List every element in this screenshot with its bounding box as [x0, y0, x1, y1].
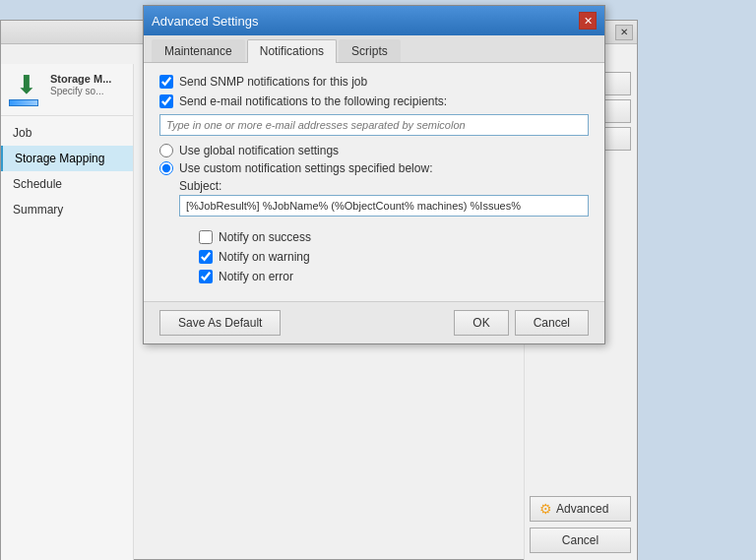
sidebar-item-summary[interactable]: Summary: [1, 197, 133, 222]
notify-success-label: Notify on success: [219, 230, 311, 244]
save-as-default-button[interactable]: Save As Default: [159, 310, 281, 336]
dialog-title: Advanced Settings: [152, 14, 258, 29]
footer-right: OK Cancel: [454, 310, 589, 336]
notify-error-label: Notify on error: [219, 270, 293, 283]
cancel-dialog-button[interactable]: Cancel: [515, 310, 589, 336]
ok-button[interactable]: OK: [454, 310, 508, 336]
sidebar-app-title: Storage M...: [50, 72, 111, 86]
tab-bar: Maintenance Notifications Scripts: [144, 35, 604, 63]
dialog-overlay: Advanced Settings ✕ Maintenance Notifica…: [138, 0, 610, 560]
global-radio-label: Use global notification settings: [179, 144, 339, 157]
tab-notifications[interactable]: Notifications: [247, 39, 337, 63]
dialog-footer: Save As Default OK Cancel: [144, 301, 604, 343]
sidebar-header: ⬇ Storage M... Specify so...: [1, 64, 133, 116]
notify-success-checkbox[interactable]: [199, 230, 213, 244]
tab-scripts[interactable]: Scripts: [339, 39, 401, 62]
sidebar-item-schedule[interactable]: Schedule: [1, 171, 133, 197]
sidebar: ⬇ Storage M... Specify so... Job Storage…: [1, 64, 134, 560]
global-radio[interactable]: [159, 144, 173, 157]
dialog-close-button[interactable]: ✕: [579, 12, 597, 30]
custom-radio-row: Use custom notification settings specifi…: [159, 161, 589, 175]
email-checkbox[interactable]: [159, 94, 173, 108]
global-radio-row: Use global notification settings: [159, 144, 589, 157]
sidebar-nav: Job Storage Mapping Schedule Summary: [1, 116, 133, 226]
storage-icon: ⬇: [9, 72, 44, 107]
snmp-label: Send SNMP notifications for this job: [179, 75, 367, 89]
subject-label: Subject:: [179, 179, 589, 193]
subject-section: Subject: Notify on success Notify on war…: [179, 179, 589, 283]
email-recipients-input[interactable]: [159, 114, 589, 136]
notify-warning-label: Notify on warning: [219, 250, 310, 264]
notify-error-row: Notify on error: [199, 270, 589, 283]
sidebar-app-subtitle: Specify so...: [50, 86, 111, 96]
advanced-settings-dialog: Advanced Settings ✕ Maintenance Notifica…: [143, 5, 605, 344]
notify-success-row: Notify on success: [199, 230, 589, 244]
tab-maintenance[interactable]: Maintenance: [152, 39, 245, 62]
notify-section: Notify on success Notify on warning Noti…: [199, 230, 589, 283]
subject-input[interactable]: [179, 195, 589, 217]
custom-radio[interactable]: [159, 161, 173, 175]
email-label: Send e-mail notifications to the followi…: [179, 94, 447, 108]
snmp-row: Send SNMP notifications for this job: [159, 75, 589, 89]
custom-radio-label: Use custom notification settings specifi…: [179, 161, 432, 175]
notify-warning-checkbox[interactable]: [199, 250, 213, 264]
sidebar-item-job[interactable]: Job: [1, 120, 133, 146]
snmp-checkbox[interactable]: [159, 75, 173, 89]
notify-error-checkbox[interactable]: [199, 270, 213, 283]
bg-close-button[interactable]: ✕: [615, 25, 633, 40]
sidebar-item-storage-mapping[interactable]: Storage Mapping: [1, 146, 133, 171]
email-row: Send e-mail notifications to the followi…: [159, 94, 589, 108]
dialog-content: Send SNMP notifications for this job Sen…: [144, 63, 604, 301]
notify-warning-row: Notify on warning: [199, 250, 589, 264]
dialog-titlebar: Advanced Settings ✕: [144, 6, 604, 35]
